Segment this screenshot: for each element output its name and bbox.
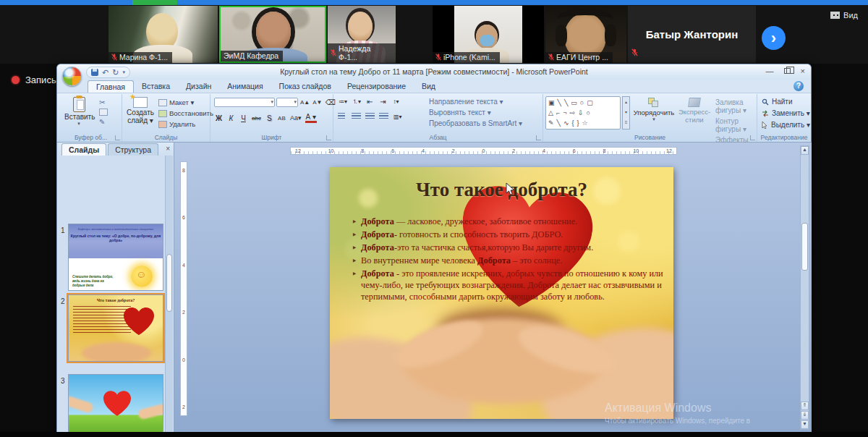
close-button[interactable]: × bbox=[801, 67, 805, 75]
quick-access-toolbar: ↶ ↻ ▾ bbox=[86, 67, 130, 78]
paste-button[interactable]: Вставить ▾ bbox=[64, 97, 93, 127]
bullets-button[interactable]: ≔▾ bbox=[338, 98, 348, 105]
columns-button[interactable]: ▥▾ bbox=[393, 114, 403, 120]
vertical-ruler[interactable]: 864 202 bbox=[180, 161, 187, 416]
minimize-button[interactable]: — bbox=[766, 67, 774, 75]
shapes-gallery-scroll[interactable]: ▴▾≡ bbox=[622, 96, 630, 130]
undo-icon[interactable]: ↶ bbox=[102, 69, 109, 76]
tab-outline[interactable]: Структура bbox=[108, 143, 158, 156]
grow-font-button[interactable]: А▲ bbox=[299, 99, 310, 106]
participant-tile-eagi[interactable]: ЕАГИ Центр ... bbox=[545, 6, 626, 63]
text-shadow-button[interactable]: S bbox=[265, 114, 274, 122]
scroll-down-icon[interactable]: ▼ bbox=[801, 420, 809, 429]
justify-button[interactable] bbox=[379, 113, 388, 120]
quick-styles-button[interactable]: Экспресс-стили bbox=[675, 98, 714, 124]
shape-outline-button[interactable]: Контур фигуры ▾ bbox=[715, 117, 757, 133]
line-spacing-button[interactable]: ↕▾ bbox=[391, 98, 401, 105]
character-spacing-button[interactable]: АВ bbox=[277, 115, 286, 122]
panel-scroll-thumb[interactable] bbox=[166, 254, 172, 312]
replace-button[interactable]: Заменить ▾ bbox=[762, 109, 810, 117]
slide-thumbnail-1[interactable]: Кафедра экономических и математических д… bbox=[68, 224, 163, 291]
italic-button[interactable]: К bbox=[226, 114, 236, 122]
tab-vstavka[interactable]: Вставка bbox=[134, 80, 178, 93]
dialog-launcher-icon[interactable] bbox=[750, 135, 755, 140]
font-size-combo[interactable] bbox=[276, 98, 298, 107]
bold-button[interactable]: Ж bbox=[214, 114, 224, 122]
scroll-thumb[interactable] bbox=[801, 223, 808, 271]
align-right-button[interactable] bbox=[365, 113, 375, 120]
cut-button[interactable]: ✂ bbox=[99, 98, 108, 106]
dialog-launcher-icon[interactable] bbox=[536, 135, 541, 140]
decrease-indent-button[interactable]: ⇤ bbox=[365, 98, 375, 106]
participant-tile-iphone[interactable]: iPhone (Kami... bbox=[433, 6, 544, 63]
participant-label: Марина Ф-1... bbox=[109, 52, 172, 63]
new-slide-icon bbox=[133, 97, 148, 108]
reset-button[interactable]: Восстановить bbox=[158, 109, 213, 117]
slide-title: Что такое доброта? bbox=[330, 179, 673, 201]
zoom-share-bar bbox=[0, 0, 868, 5]
tab-dizain[interactable]: Дизайн bbox=[178, 80, 219, 93]
text-direction-button[interactable]: Направление текста ▾ bbox=[429, 98, 522, 106]
participant-name: Марина Ф-1... bbox=[119, 53, 168, 61]
format-painter-button[interactable]: ✎ bbox=[99, 118, 108, 126]
find-button[interactable]: Найти bbox=[762, 98, 810, 106]
convert-smartart-button[interactable]: Преобразовать в SmartArt ▾ bbox=[429, 119, 522, 127]
copy-button[interactable] bbox=[99, 109, 108, 116]
tab-pokaz-slaidov[interactable]: Показ слайдов bbox=[271, 80, 339, 93]
change-case-button[interactable]: Аа▾ bbox=[289, 114, 302, 122]
help-button[interactable]: ? bbox=[793, 81, 804, 91]
title-bar[interactable]: Круглый стол на тему Добро от 11 марта [… bbox=[57, 64, 811, 80]
align-left-button[interactable] bbox=[338, 113, 347, 120]
delete-button[interactable]: Удалить bbox=[158, 120, 213, 128]
qat-customize-icon[interactable]: ▾ bbox=[122, 69, 125, 75]
panel-close-icon[interactable]: × bbox=[166, 145, 170, 153]
tab-retsenzirovanie[interactable]: Рецензирование bbox=[339, 80, 414, 93]
bullet-item: Доброта- готовность и способность творит… bbox=[352, 229, 663, 241]
font-color-button[interactable]: А ▾ bbox=[305, 113, 317, 123]
save-icon[interactable] bbox=[91, 69, 98, 76]
select-button[interactable]: Выделить ▾ bbox=[762, 121, 810, 129]
numbering-button[interactable]: ⒈▾ bbox=[352, 98, 362, 106]
office-button[interactable] bbox=[62, 67, 82, 86]
arrange-button[interactable]: Упорядочить ▾ bbox=[633, 98, 675, 122]
slide-thumbnail-3[interactable] bbox=[68, 374, 163, 437]
shrink-font-button[interactable]: А▼ bbox=[312, 99, 323, 106]
next-slide-button[interactable]: ⇓ bbox=[801, 411, 809, 420]
underline-button[interactable]: Ч bbox=[239, 114, 248, 122]
participant-label: ЕАГИ Центр ... bbox=[545, 52, 613, 63]
tab-animatsiya[interactable]: Анимация bbox=[219, 80, 271, 93]
muted-mic-icon bbox=[331, 49, 336, 56]
current-slide[interactable]: Что такое доброта? Доброта — ласковое, д… bbox=[330, 167, 673, 419]
new-slide-button[interactable]: Создать слайд ▾ bbox=[124, 97, 157, 124]
participant-tile-eimd[interactable]: ЭиМД Кафедра bbox=[219, 6, 326, 63]
view-button[interactable]: Вид bbox=[830, 11, 858, 20]
dialog-launcher-icon[interactable] bbox=[326, 135, 331, 140]
shapes-gallery[interactable]: ▣╲╲▭○▢ △⌐¬⇨⇩○ ✎╲∿{}☆ bbox=[545, 96, 621, 130]
tab-glavnaya[interactable]: Главная bbox=[88, 80, 134, 93]
restore-button[interactable] bbox=[784, 68, 791, 74]
scroll-up-icon[interactable]: ▲ bbox=[801, 146, 809, 155]
align-text-button[interactable]: Выровнять текст ▾ bbox=[429, 109, 522, 116]
strikethrough-button[interactable]: abc bbox=[251, 115, 262, 122]
previous-slide-button[interactable]: ⇑ bbox=[801, 402, 809, 410]
participant-tile-marina[interactable]: Марина Ф-1... bbox=[109, 6, 218, 63]
participant-tile-batyr[interactable]: Батыр Жанторин bbox=[628, 6, 756, 63]
dialog-launcher-icon[interactable] bbox=[115, 135, 120, 140]
more-participants-button[interactable]: › bbox=[762, 26, 786, 50]
font-name-combo[interactable] bbox=[214, 98, 275, 107]
horizontal-ruler[interactable]: 12108 642 024 6810 12 bbox=[290, 147, 677, 155]
redo-icon[interactable]: ↻ bbox=[112, 69, 119, 76]
align-center-button[interactable] bbox=[352, 113, 361, 120]
recording-indicator[interactable]: Запись bbox=[12, 75, 56, 85]
mouse-cursor bbox=[506, 182, 515, 196]
editing-scrollbar[interactable]: ▲ ⇑ ⇓ ▼ bbox=[800, 145, 809, 430]
layout-button[interactable]: Макет ▾ bbox=[158, 98, 213, 106]
tab-vid[interactable]: Вид bbox=[414, 80, 443, 93]
participant-tile-nadezhda[interactable]: Надежда Ф-1... bbox=[328, 6, 396, 63]
tab-slides[interactable]: Слайды bbox=[61, 143, 106, 156]
thumb-number: 1 bbox=[61, 226, 65, 234]
increase-indent-button[interactable]: ⇥ bbox=[378, 98, 388, 106]
panel-scrollbar[interactable] bbox=[165, 156, 173, 433]
slide-thumbnail-2[interactable]: Что такое доброта? bbox=[68, 294, 163, 362]
shape-fill-button[interactable]: Заливка фигуры ▾ bbox=[715, 98, 757, 114]
